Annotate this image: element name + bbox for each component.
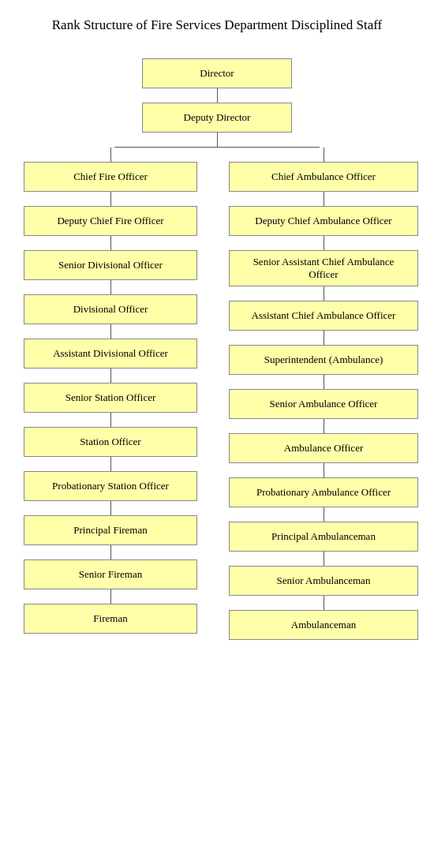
- conn-right-1: [324, 192, 324, 206]
- conn-right-7: [324, 463, 324, 477]
- conn-director: [217, 88, 218, 103]
- left-box-7: Probationary Station Officer: [24, 471, 197, 501]
- left-box-5: Senior Station Officer: [24, 383, 197, 413]
- right-box-3: Assistant Chief Ambulance Officer: [229, 301, 418, 331]
- page-title: Rank Structure of Fire Services Departme…: [8, 16, 426, 35]
- conn-left-0: [110, 148, 111, 162]
- conn-right-9: [324, 552, 324, 566]
- conn-left-8: [110, 501, 111, 515]
- left-box-9: Senior Fireman: [24, 559, 197, 589]
- left-box-4: Assistant Divisional Officer: [24, 339, 197, 369]
- conn-left-5: [110, 369, 111, 383]
- left-box-1: Deputy Chief Fire Officer: [24, 206, 197, 236]
- right-box-2: Senior Assistant Chief Ambulance Officer: [229, 250, 418, 286]
- conn-left-2: [110, 236, 111, 250]
- conn-right-8: [324, 507, 324, 522]
- left-box-10: Fireman: [24, 604, 197, 634]
- conn-right-4: [324, 331, 324, 345]
- right-box-9: Senior Ambulanceman: [229, 566, 418, 596]
- right-box-8: Principal Ambulanceman: [229, 522, 418, 552]
- right-box-5: Senior Ambulance Officer: [229, 389, 418, 419]
- conn-right-3: [324, 286, 324, 301]
- left-box-8: Principal Fireman: [24, 515, 197, 545]
- left-box-3: Divisional Officer: [24, 294, 197, 324]
- conn-split-top: [217, 133, 218, 147]
- deputy-director-box: Deputy Director: [142, 103, 292, 133]
- right-box-1: Deputy Chief Ambulance Officer: [229, 206, 418, 236]
- right-box-6: Ambulance Officer: [229, 433, 418, 463]
- conn-right-2: [324, 236, 324, 250]
- left-box-0: Chief Fire Officer: [24, 162, 197, 192]
- right-column: Chief Ambulance Officer Deputy Chief Amb…: [225, 148, 422, 640]
- director-box: Director: [142, 58, 292, 88]
- conn-right-5: [324, 375, 324, 389]
- conn-right-0: [324, 148, 324, 162]
- conn-left-6: [110, 413, 111, 427]
- conn-left-9: [110, 545, 111, 559]
- branch-row-1: Chief Fire Officer Deputy Chief Fire Off…: [12, 148, 422, 640]
- left-box-2: Senior Divisional Officer: [24, 250, 197, 280]
- right-box-7: Probationary Ambulance Officer: [229, 477, 418, 507]
- conn-left-7: [110, 457, 111, 471]
- left-column: Chief Fire Officer Deputy Chief Fire Off…: [12, 148, 209, 634]
- conn-right-6: [324, 419, 324, 433]
- conn-left-1: [110, 192, 111, 206]
- right-box-4: Superintendent (Ambulance): [229, 345, 418, 375]
- conn-right-10: [324, 596, 324, 610]
- conn-left-4: [110, 324, 111, 339]
- conn-left-3: [110, 280, 111, 294]
- right-box-0: Chief Ambulance Officer: [229, 162, 418, 192]
- org-chart: Director Deputy Director Chief Fire Offi…: [8, 58, 426, 640]
- h-branch-line: [114, 147, 320, 148]
- right-box-10: Ambulanceman: [229, 610, 418, 640]
- left-box-6: Station Officer: [24, 427, 197, 457]
- conn-left-10: [110, 589, 111, 604]
